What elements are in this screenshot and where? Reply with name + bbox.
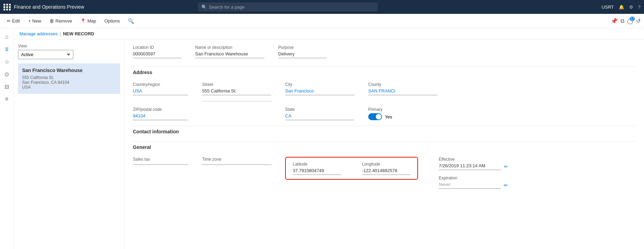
longitude-label: Longitude [362, 162, 410, 167]
zip-value[interactable]: 94104 [133, 113, 188, 120]
address-grid: Country/region USA Street 555 California… [133, 82, 636, 120]
city-value[interactable]: San Francisco [285, 88, 354, 95]
county-value[interactable]: SAN FRANCI [368, 88, 437, 95]
sales-tax-value[interactable] [133, 163, 188, 165]
card-line1: 555 California St. [22, 75, 116, 80]
state-value[interactable]: CA [285, 113, 354, 120]
expiration-value[interactable]: Never [439, 182, 501, 189]
grid-icon [3, 4, 11, 10]
sidebar-home-icon[interactable]: ⌂ [1, 31, 12, 42]
sidebar-star-icon[interactable]: ☆ [1, 56, 12, 67]
primary-toggle-wrapper: Yes [368, 113, 437, 120]
pin-icon[interactable]: 📌 [611, 18, 618, 24]
edit-button[interactable]: ✏ Edit [3, 17, 23, 25]
gear-icon[interactable]: ⚙ [629, 5, 633, 10]
map-button[interactable]: 📍 Map [77, 17, 99, 25]
map-icon: 📍 [80, 18, 86, 24]
user-label: USRT [602, 5, 614, 10]
zip-label: ZIP/postal code [133, 107, 188, 112]
search-bar[interactable]: 🔍 Search for a page [198, 2, 378, 11]
country-value[interactable]: USA [133, 88, 188, 95]
contact-section-header: Contact information [133, 126, 636, 137]
remove-icon: 🗑 [49, 18, 54, 24]
view-select[interactable]: Active [18, 50, 73, 59]
street-extra-line [202, 97, 271, 101]
purpose-value[interactable]: Delivery [278, 51, 327, 58]
time-zone-field: Time zone [202, 157, 271, 165]
sales-tax-label: Sales tax [133, 157, 188, 162]
country-label: Country/region [133, 82, 188, 87]
street-label: Street [202, 82, 271, 87]
sidebar-clock-icon[interactable]: ⊙ [1, 69, 12, 80]
app-title: Finance and Operations Preview [14, 4, 84, 10]
general-section-header: General [133, 141, 636, 153]
new-button[interactable]: + New [25, 17, 45, 25]
help-icon[interactable]: ? [638, 5, 641, 10]
primary-field: Primary Yes [368, 107, 437, 120]
expiration-edit-icon[interactable]: ✏ [504, 183, 508, 188]
effective-edit-icon[interactable]: ✏ [504, 164, 508, 169]
lat-lng-box: Latitude 37.7910804749 Longitude -122.40… [285, 157, 418, 180]
latitude-label: Latitude [293, 162, 341, 167]
content-area: Manage addresses | NEW RECORD View Activ… [14, 28, 644, 249]
right-panel: Location ID 000003597 Name or descriptio… [125, 39, 644, 249]
effective-value[interactable]: 7/26/2019 11:23:14 AM [439, 163, 501, 170]
general-row: Sales tax Time zone Latitude 37.79108047… [133, 157, 636, 189]
sales-tax-field: Sales tax [133, 157, 188, 165]
bell-icon[interactable]: 🔔 [619, 5, 624, 10]
time-zone-value[interactable] [202, 163, 271, 165]
location-id-field: Location ID 000003597 [133, 45, 181, 58]
name-desc-value[interactable]: San Francisco Warehouse [195, 51, 264, 58]
top-bar: Finance and Operations Preview 🔍 Search … [0, 0, 644, 14]
county-field: County SAN FRANCI [368, 82, 437, 101]
edit-icon: ✏ [7, 18, 11, 24]
remove-button[interactable]: 🗑 Remove [46, 17, 75, 25]
form-container: View Active San Francisco Warehouse 555 … [14, 39, 644, 249]
breadcrumb: Manage addresses | NEW RECORD [14, 28, 644, 39]
view-label: View [18, 44, 120, 48]
app-logo: Finance and Operations Preview [3, 4, 84, 10]
effective-field: Effective 7/26/2019 11:23:14 AM ✏ [439, 157, 508, 170]
expiration-label: Expiration [439, 176, 508, 180]
address-card[interactable]: San Francisco Warehouse 555 California S… [18, 63, 120, 94]
sidebar-layout-icon[interactable]: ⊟ [1, 81, 12, 92]
search-button[interactable]: 🔍 [125, 16, 137, 26]
state-label: State [285, 107, 354, 112]
primary-toggle[interactable] [368, 113, 382, 120]
city-field: City San Francisco [285, 82, 354, 101]
notification-button[interactable]: ◯ 0 [627, 18, 633, 24]
action-bar: ✏ Edit + New 🗑 Remove 📍 Map Options 🔍 📌 … [0, 14, 644, 28]
effective-label: Effective [439, 157, 508, 162]
latitude-value[interactable]: 37.7910804749 [293, 168, 341, 175]
main-layout: ⌂ ⧖ ☆ ⊙ ⊟ ≡ Manage addresses | NEW RECOR… [0, 28, 644, 249]
left-panel: View Active San Francisco Warehouse 555 … [14, 39, 125, 249]
search-icon: 🔍 [201, 5, 207, 10]
new-icon: + [28, 18, 31, 24]
card-line3: USA [22, 85, 116, 90]
name-desc-label: Name or description [195, 45, 264, 50]
expiration-date-row: Never ✏ [439, 182, 508, 189]
sidebar-filter-icon[interactable]: ⧖ [1, 44, 12, 55]
window-icon[interactable]: ⧉ [620, 18, 624, 24]
left-sidebar: ⌂ ⧖ ☆ ⊙ ⊟ ≡ [0, 28, 14, 249]
card-line2: San Francisco, CA 94104 [22, 80, 116, 85]
country-field: Country/region USA [133, 82, 188, 101]
primary-label: Primary [368, 107, 437, 112]
purpose-field: Purpose Delivery [278, 45, 327, 58]
notification-badge: 0 [630, 16, 635, 21]
sidebar-list-icon[interactable]: ≡ [1, 94, 12, 105]
zip-field: ZIP/postal code 94104 [133, 107, 188, 120]
street-field: Street 555 California St. [202, 82, 271, 101]
location-id-value[interactable]: 000003597 [133, 51, 181, 58]
right-icons: 📌 ⧉ ◯ 0 ↺ [611, 18, 641, 24]
expiration-field: Expiration Never ✏ [439, 176, 508, 189]
options-button[interactable]: Options [101, 17, 124, 25]
street-value[interactable]: 555 California St. [202, 88, 271, 95]
refresh-icon[interactable]: ↺ [636, 18, 641, 24]
longitude-value[interactable]: -122.4014892578 [362, 168, 410, 175]
date-fields: Effective 7/26/2019 11:23:14 AM ✏ Expira… [439, 157, 508, 189]
view-section: View Active [18, 44, 120, 59]
manage-addresses-link[interactable]: Manage addresses [19, 31, 58, 36]
breadcrumb-separator: | [60, 31, 61, 36]
longitude-field: Longitude -122.4014892578 [362, 162, 410, 175]
